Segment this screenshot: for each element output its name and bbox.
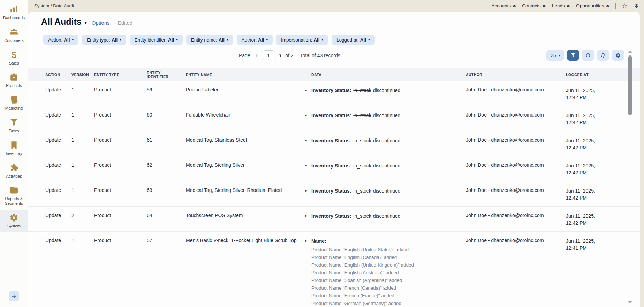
- filter-action[interactable]: Action:All▾: [43, 35, 78, 45]
- change-line: Product Name "English (Canada)" added: [311, 254, 461, 261]
- cell-version: 1: [71, 81, 94, 106]
- grid-settings-button[interactable]: [612, 50, 624, 61]
- column-header-entity-name[interactable]: ENTITY NAME: [186, 68, 311, 81]
- cell-entity-identifier: 60: [147, 106, 186, 131]
- shortcut-label: Accounts: [491, 3, 511, 8]
- chevron-down-icon: ▾: [322, 38, 324, 42]
- reset-button[interactable]: [597, 50, 609, 61]
- sidebar-item-inventory[interactable]: Inventory: [0, 137, 28, 160]
- gear-icon: [615, 52, 621, 58]
- column-header-author[interactable]: AUTHOR: [466, 68, 566, 81]
- filter-label: Action:: [48, 37, 62, 43]
- table-row: Update1Product60Foldable Wheelchair•Inve…: [28, 106, 640, 131]
- sidebar-item-label: Customers: [4, 38, 24, 43]
- filter-value: All: [64, 37, 70, 43]
- next-page-icon[interactable]: ›: [279, 52, 281, 59]
- remove-icon[interactable]: ✖: [513, 4, 516, 8]
- audit-table: ACTIONVERSIONENTITY TYPEENTITY IDENTIFIE…: [28, 68, 640, 307]
- sidebar-item-dashboards[interactable]: Dashboards: [0, 1, 28, 24]
- column-header-action[interactable]: ACTION: [28, 68, 71, 81]
- column-header-data[interactable]: DATA: [311, 68, 466, 81]
- cell-entity-identifier: 61: [147, 131, 186, 156]
- chevron-down-icon: ▾: [72, 38, 74, 42]
- change-field: Inventory Status:: [311, 213, 351, 219]
- sidebar-item-label: System: [7, 224, 21, 229]
- filter-label: Entity type:: [87, 37, 110, 43]
- new-value: discontinued: [373, 213, 401, 219]
- table-row: Update1Product63Medical Tag, Sterling Si…: [28, 181, 640, 207]
- table-row: Update1Product57Men's Basic V-neck, 1-Po…: [28, 232, 640, 307]
- shortcut-label: Opportunities: [576, 3, 604, 8]
- sidebar-item-products[interactable]: Products: [0, 69, 28, 92]
- sidebar-item-system[interactable]: System: [0, 210, 28, 232]
- chevron-down-icon[interactable]: ▾: [85, 20, 87, 25]
- cell-version: 1: [71, 232, 94, 307]
- old-value: in_stock: [353, 163, 371, 169]
- sidebar-item-activities[interactable]: Activities: [0, 160, 28, 182]
- page-label: Page:: [239, 53, 252, 58]
- filter-entity-identifier[interactable]: Entity identifier:All▾: [130, 35, 183, 45]
- filter-impersonation[interactable]: Impersonation:All▾: [276, 35, 328, 45]
- refresh-icon: [585, 52, 591, 58]
- change-group: •Inventory Status:in_stockdiscontinued: [311, 87, 461, 94]
- vertical-scrollbar[interactable]: [628, 51, 632, 304]
- table-row: Update2Product64Touchscreen POS System•I…: [28, 207, 640, 232]
- change-group: •Inventory Status:in_stockdiscontinued: [311, 137, 461, 144]
- page-title[interactable]: All Audits ▾: [41, 17, 87, 27]
- change-field: Inventory Status:: [311, 188, 351, 194]
- favorite-star-icon[interactable]: ☆: [622, 3, 628, 9]
- column-header-entity-identifier[interactable]: ENTITY IDENTIFIER: [147, 68, 186, 81]
- refresh-button[interactable]: [582, 50, 594, 61]
- remove-icon[interactable]: ✖: [567, 4, 570, 8]
- funnel-icon: [570, 52, 576, 58]
- scroll-up-icon[interactable]: [628, 51, 632, 53]
- scroll-down-icon[interactable]: [628, 301, 632, 304]
- change-field: Inventory Status:: [311, 88, 351, 93]
- sidebar-item-taxes[interactable]: Taxes: [0, 114, 28, 137]
- building-icon: [9, 141, 18, 150]
- topbar-shortcut-leads[interactable]: Leads✖: [552, 3, 570, 8]
- cell-entity-type: Product: [94, 81, 147, 106]
- sidebar-item-customers[interactable]: Customers: [0, 24, 28, 47]
- pin-icon[interactable]: [634, 3, 639, 8]
- cell-entity-identifier: 59: [147, 81, 186, 106]
- sidebar-item-marketing[interactable]: Marketing: [0, 92, 28, 114]
- topbar-divider: [615, 3, 616, 9]
- topbar-shortcut-opportunities[interactable]: Opportunities✖: [576, 3, 609, 8]
- column-header-version[interactable]: VERSION: [71, 68, 94, 81]
- funnel-icon: [9, 118, 18, 127]
- arrow-right-icon: [11, 293, 17, 299]
- cell-author: John Doe - dhanzenko@oroinc.com: [466, 131, 566, 156]
- remove-icon[interactable]: ✖: [543, 4, 546, 8]
- filter-author[interactable]: Author:All▾: [237, 35, 273, 45]
- chevron-down-icon: ▾: [120, 38, 121, 42]
- sidebar-item-sales[interactable]: $Sales: [0, 47, 28, 69]
- change-group: •Name:Product Name "English (United Stat…: [311, 238, 461, 307]
- topbar-shortcut-accounts[interactable]: Accounts✖: [491, 3, 516, 8]
- remove-icon[interactable]: ✖: [606, 4, 609, 8]
- bar-chart-icon: [9, 5, 18, 14]
- sidebar-item-label: Sales: [9, 61, 19, 66]
- cell-action: Update: [28, 81, 71, 106]
- scrollbar-thumb[interactable]: [628, 55, 632, 115]
- cell-entity-name: Pricing Labeler: [186, 81, 311, 106]
- options-link[interactable]: Options: [92, 20, 110, 26]
- old-value: in_stock: [353, 88, 371, 93]
- filter-logged-at[interactable]: Logged at:All▾: [332, 35, 375, 45]
- page-number-input[interactable]: [262, 50, 275, 60]
- filter-entity-type[interactable]: Entity type:All▾: [82, 35, 126, 45]
- topbar-shortcut-contacts[interactable]: Contacts✖: [522, 3, 546, 8]
- page-size-value: 25: [551, 53, 556, 58]
- filters-toggle-button[interactable]: [567, 50, 579, 61]
- cell-entity-name: Medical Tag, Sterling Silver: [186, 156, 311, 181]
- sidebar-expand-button[interactable]: [9, 291, 19, 301]
- cell-action: Update: [28, 181, 71, 207]
- cell-data: •Name:Product Name "English (United Stat…: [311, 232, 466, 307]
- sidebar-item-reports-segments[interactable]: Reports & Segments: [0, 182, 28, 210]
- change-group: •Inventory Status:in_stockdiscontinued: [311, 112, 461, 119]
- column-header-entity-type[interactable]: ENTITY TYPE: [94, 68, 147, 81]
- page-size-dropdown[interactable]: 25 ▾: [546, 50, 564, 61]
- sidebar-item-label: Taxes: [9, 129, 19, 134]
- cell-entity-name: Medical Tag, Sterling Silver, Rhodium Pl…: [186, 181, 311, 207]
- filter-entity-name[interactable]: Entity name:All▾: [186, 35, 233, 45]
